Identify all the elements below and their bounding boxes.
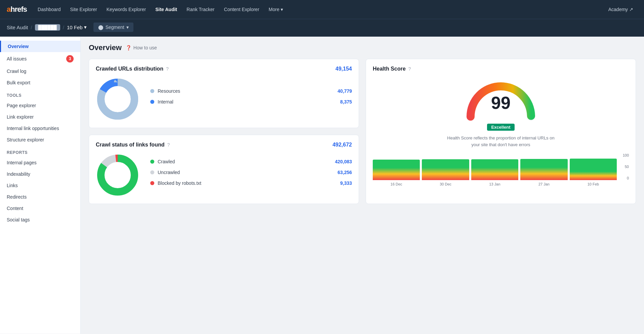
health-title-row: Health Score ? [373, 66, 629, 72]
y-axis: 100 50 0 [623, 153, 629, 180]
legend-uncrawled: Uncrawled 63,256 [150, 170, 352, 175]
sidebar-item-redirects[interactable]: Redirects [0, 191, 80, 203]
breadcrumb-bar: Site Audit / ██████ / 10 Feb ▾ ⬤ Segment… [0, 19, 644, 37]
breadcrumb-sep1: / [31, 25, 32, 30]
crawled-urls-legend: Resources 40,779 Internal 8,375 [150, 88, 352, 110]
sidebar-item-page-explorer[interactable]: Page explorer [0, 100, 80, 111]
crawl-status-card: Crawl status of links found ? 492,672 [89, 135, 359, 204]
crawled-urls-title-row: Crawled URLs distribution ? 49,154 [96, 66, 352, 72]
segment-button[interactable]: ⬤ Segment ▾ [93, 23, 133, 32]
crawled-urls-title: Crawled URLs distribution [96, 66, 163, 72]
uncrawled-dot [150, 170, 154, 174]
blocked-dot [150, 181, 154, 185]
top-nav: ahrefs Dashboard Site Explorer Keywords … [0, 0, 644, 19]
crawl-status-legend: Crawled 420,083 Uncrawled 63,256 Blocked… [150, 159, 352, 191]
sidebar-item-internal-pages[interactable]: Internal pages [0, 157, 80, 168]
sidebar-item-content[interactable]: Content [0, 203, 80, 214]
crawled-label: Crawled [158, 159, 331, 164]
crawl-status-total: 492,672 [332, 142, 352, 148]
history-bar-16dec [373, 153, 420, 180]
crawled-urls-total: 49,154 [335, 66, 352, 72]
health-score-card: Health Score ? [366, 59, 636, 204]
health-score-description: Health Score reflects the proportion of … [447, 135, 555, 148]
excellent-badge: Excellent [487, 124, 514, 131]
page-title: Overview [89, 43, 122, 52]
internal-value: 8,375 [340, 99, 352, 105]
history-bar-30dec [422, 153, 469, 180]
page-title-row: Overview ❓ How to use [89, 43, 636, 52]
health-history: 100 50 0 16 Dec 30 Dec 13 Jan 27 Jan 10 … [373, 153, 629, 186]
crawl-status-title-row: Crawl status of links found ? 492,672 [96, 142, 352, 148]
y-label-100: 100 [623, 153, 629, 157]
y-label-50: 50 [625, 165, 629, 169]
sidebar: Overview All issues 3 Crawl log Bulk exp… [0, 37, 81, 334]
nav-academy[interactable]: Academy ↗ [604, 4, 637, 15]
breadcrumb-date[interactable]: 10 Feb ▾ [67, 24, 87, 30]
nav-dashboard[interactable]: Dashboard [34, 4, 65, 15]
breadcrumb-site-audit: Site Audit [7, 25, 28, 30]
sidebar-item-all-issues[interactable]: All issues 3 [0, 52, 80, 66]
blocked-value: 9,333 [340, 180, 352, 186]
svg-point-7 [108, 165, 128, 185]
health-score-help-icon[interactable]: ? [408, 66, 411, 72]
history-label-13jan: 13 Jan [471, 182, 518, 186]
resources-dot [150, 89, 154, 93]
resources-value: 40,779 [337, 88, 352, 94]
nav-content-explorer[interactable]: Content Explorer [220, 4, 263, 15]
sidebar-item-social-tags[interactable]: Social tags [0, 214, 80, 225]
nav-site-explorer[interactable]: Site Explorer [66, 4, 101, 15]
sidebar-item-indexability[interactable]: Indexability [0, 168, 80, 180]
crawled-urls-help-icon[interactable]: ? [166, 66, 169, 72]
question-circle-icon: ❓ [126, 45, 131, 50]
legend-crawled: Crawled 420,083 [150, 159, 352, 164]
nav-site-audit[interactable]: Site Audit [151, 4, 181, 15]
y-label-0: 0 [627, 176, 629, 180]
crawled-urls-card: Crawled URLs distribution ? 49,154 [89, 59, 359, 128]
content-area: Overview ❓ How to use Crawled URLs distr… [81, 37, 644, 334]
sidebar-item-bulk-export[interactable]: Bulk export [0, 77, 80, 88]
history-label-27jan: 27 Jan [520, 182, 567, 186]
sidebar-item-crawl-log[interactable]: Crawl log [0, 66, 80, 77]
sidebar-item-structure-explorer[interactable]: Structure explorer [0, 134, 80, 145]
breadcrumb-project[interactable]: ██████ [35, 24, 60, 31]
sidebar-item-link-explorer[interactable]: Link explorer [0, 111, 80, 123]
crawl-status-donut [96, 153, 139, 197]
history-label-10feb: 10 Feb [570, 182, 617, 186]
crawled-urls-chart-row: Resources 40,779 Internal 8,375 [96, 77, 352, 121]
svg-point-3 [108, 89, 128, 109]
crawled-value: 420,083 [335, 159, 352, 164]
resources-label: Resources [158, 88, 334, 94]
history-bars: 100 50 0 [373, 153, 629, 180]
crawl-status-help-icon[interactable]: ? [167, 142, 170, 148]
internal-dot [150, 100, 154, 104]
blocked-label: Blocked by robots.txt [158, 180, 337, 186]
crawl-status-title: Crawl status of links found [96, 142, 164, 148]
crawled-dot [150, 160, 154, 164]
nav-rank-tracker[interactable]: Rank Tracker [183, 4, 218, 15]
legend-resources: Resources 40,779 [150, 88, 352, 94]
legend-internal: Internal 8,375 [150, 99, 352, 105]
logo[interactable]: ahrefs [7, 5, 27, 14]
breadcrumb-sep2: / [63, 25, 64, 30]
nav-more[interactable]: More ▾ [265, 4, 287, 15]
health-score-title: Health Score [373, 66, 406, 72]
crawl-status-chart-row: Crawled 420,083 Uncrawled 63,256 Blocked… [96, 153, 352, 197]
internal-label: Internal [158, 99, 337, 105]
history-bar-10feb [570, 153, 617, 180]
main-layout: Overview All issues 3 Crawl log Bulk exp… [0, 37, 644, 334]
how-to-use-link[interactable]: ❓ How to use [126, 45, 157, 50]
sidebar-item-links[interactable]: Links [0, 180, 80, 191]
history-label-16dec: 16 Dec [373, 182, 420, 186]
crawled-urls-donut [96, 77, 139, 121]
uncrawled-value: 63,256 [337, 170, 352, 175]
sidebar-item-internal-link-opportunities[interactable]: Internal link opportunities [0, 123, 80, 134]
history-label-30dec: 30 Dec [422, 182, 469, 186]
history-labels: 16 Dec 30 Dec 13 Jan 27 Jan 10 Feb [373, 182, 629, 186]
nav-keywords-explorer[interactable]: Keywords Explorer [103, 4, 150, 15]
history-bar-13jan [471, 153, 518, 180]
sidebar-item-overview[interactable]: Overview [0, 41, 80, 52]
reports-section-label: Reports [0, 145, 80, 157]
all-issues-badge: 3 [66, 55, 74, 62]
health-gauge: 99 [464, 78, 538, 122]
legend-blocked: Blocked by robots.txt 9,333 [150, 180, 352, 186]
